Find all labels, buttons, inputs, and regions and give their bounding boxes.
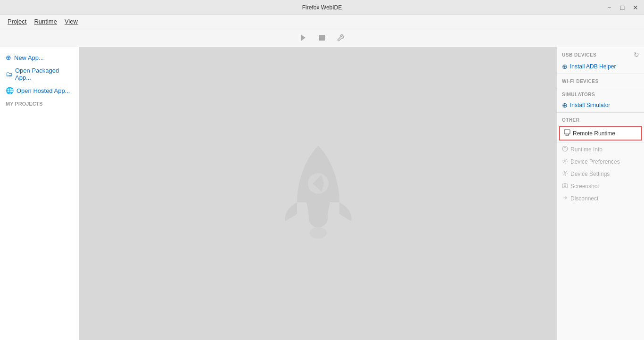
menu-view[interactable]: View [61, 17, 82, 26]
svg-marker-0 [301, 34, 305, 41]
svg-point-14 [563, 171, 567, 175]
info-icon [562, 146, 568, 153]
plus-icon: ⊕ [6, 54, 11, 61]
svg-rect-4 [564, 130, 570, 134]
minimize-button[interactable]: − [604, 3, 614, 12]
gear-icon-settings [562, 170, 568, 178]
svg-point-12 [563, 159, 567, 163]
globe-icon: 🌐 [6, 87, 14, 94]
open-packaged-app-button[interactable]: 🗂 Open Packaged App... [0, 64, 79, 84]
window-title: Firefox WebIDE [302, 4, 342, 11]
rocket-illustration [271, 141, 365, 246]
menu-runtime[interactable]: Runtime [30, 17, 60, 26]
svg-point-11 [564, 160, 566, 162]
divider-simulators [557, 112, 644, 113]
screenshot-button[interactable]: Screenshot [557, 180, 644, 192]
remote-runtime-button[interactable]: Remote Runtime [559, 126, 642, 141]
svg-point-3 [310, 227, 327, 239]
refresh-button[interactable]: ↻ [634, 51, 639, 58]
play-button[interactable] [297, 31, 310, 44]
window-controls: − □ ✕ [604, 3, 640, 12]
package-icon: 🗂 [6, 70, 12, 78]
close-button[interactable]: ✕ [631, 3, 640, 12]
other-header: OTHER [557, 114, 644, 124]
simulators-header: SIMULATORS [557, 88, 644, 99]
toolbar [0, 28, 644, 47]
gear-icon-prefs [562, 158, 568, 166]
divider-wifi [557, 87, 644, 87]
install-simulator-button[interactable]: ⊕ Install Simulator [557, 99, 644, 111]
new-app-button[interactable]: ⊕ New App... [0, 51, 79, 64]
camera-icon [562, 182, 568, 190]
menu-project[interactable]: Project [4, 17, 30, 26]
device-settings-button[interactable]: Device Settings [557, 168, 644, 180]
menu-bar: Project Runtime View [0, 15, 644, 28]
main-layout: ⊕ New App... 🗂 Open Packaged App... 🌐 Op… [0, 47, 644, 340]
divider-other [557, 142, 644, 142]
disconnect-button[interactable]: Disconnect [557, 192, 644, 205]
wrench-button[interactable] [334, 31, 347, 44]
title-bar: Firefox WebIDE − □ ✕ [0, 0, 644, 15]
device-preferences-button[interactable]: Device Preferences [557, 156, 644, 168]
svg-rect-15 [562, 184, 568, 188]
my-projects-label: MY PROJECTS [0, 97, 79, 108]
install-adb-helper-button[interactable]: ⊕ Install ADB Helper [557, 60, 644, 73]
svg-point-13 [564, 173, 566, 174]
content-area [79, 47, 557, 340]
svg-point-10 [565, 147, 565, 148]
usb-devices-header: USB DEVICES ↻ [557, 47, 644, 60]
sidebar-left: ⊕ New App... 🗂 Open Packaged App... 🌐 Op… [0, 47, 79, 340]
disconnect-icon [562, 195, 568, 202]
plus-circle-icon-sim: ⊕ [562, 101, 568, 109]
svg-point-16 [564, 185, 566, 187]
runtime-info-button[interactable]: Runtime Info [557, 143, 644, 156]
plus-circle-icon: ⊕ [562, 63, 568, 70]
open-hosted-app-button[interactable]: 🌐 Open Hosted App... [0, 84, 79, 97]
maximize-button[interactable]: □ [618, 3, 627, 12]
divider-usb [557, 74, 644, 74]
monitor-icon [564, 129, 570, 137]
wifi-devices-header: WI-FI DEVICES [557, 75, 644, 86]
svg-rect-1 [319, 35, 325, 41]
sidebar-right: USB DEVICES ↻ ⊕ Install ADB Helper WI-FI… [557, 47, 644, 340]
stop-button[interactable] [315, 31, 329, 44]
